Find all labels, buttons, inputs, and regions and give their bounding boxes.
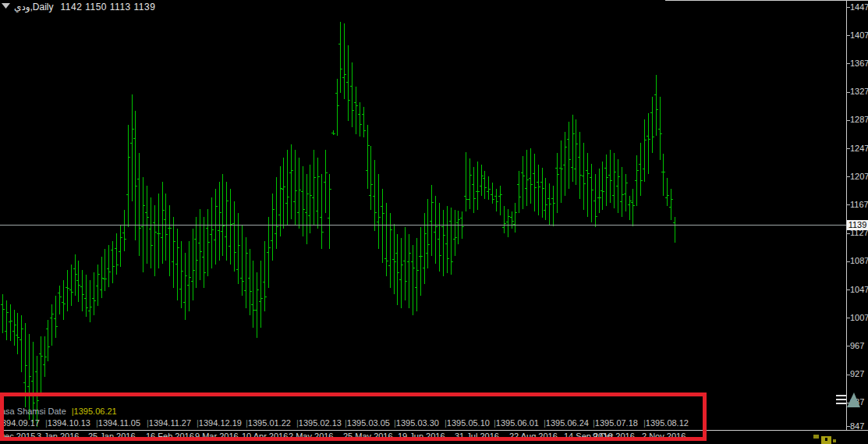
chart-title: ودي,Daily1142 1150 1113 1139	[14, 2, 155, 12]
ohlc-values: 1142 1150 1113 1139	[61, 2, 156, 12]
current-price-badge: 1139	[847, 220, 868, 230]
annotation-rectangle	[0, 392, 707, 441]
price-axis-label: 1447	[850, 2, 868, 12]
ohlc-bars	[1, 22, 677, 427]
price-axis-label: 1287	[850, 115, 868, 125]
logo-fragment	[811, 432, 842, 444]
grip-lines-icon[interactable]	[836, 395, 846, 404]
price-axis-label: 1407	[850, 30, 868, 41]
corner-widget[interactable]	[833, 390, 864, 410]
price-axis-label: 1367	[850, 59, 868, 69]
triangle-up-icon	[847, 392, 860, 407]
price-axis-label: 1087	[850, 256, 868, 266]
price-chart-canvas[interactable]	[0, 0, 868, 444]
price-axis-label: 1247	[850, 144, 868, 154]
price-axis-label: 967	[850, 341, 864, 351]
price-axis-label: 1167	[850, 200, 868, 210]
price-axis-label: 1207	[850, 172, 868, 182]
price-axis-label: 1007	[850, 313, 868, 323]
triangle-down-icon[interactable]	[2, 3, 12, 10]
price-axis-label: 927	[850, 369, 864, 379]
symbol-name: ودي	[14, 2, 30, 12]
symbol-period: ,Daily	[30, 2, 54, 12]
price-axis-label: 1047	[850, 285, 868, 295]
price-axis-label: 1327	[850, 87, 868, 97]
price-axis-label: 847	[850, 421, 864, 432]
mt4-chart-window: ودي,Daily1142 1150 1113 1139 1139 asa Sh…	[0, 0, 868, 444]
